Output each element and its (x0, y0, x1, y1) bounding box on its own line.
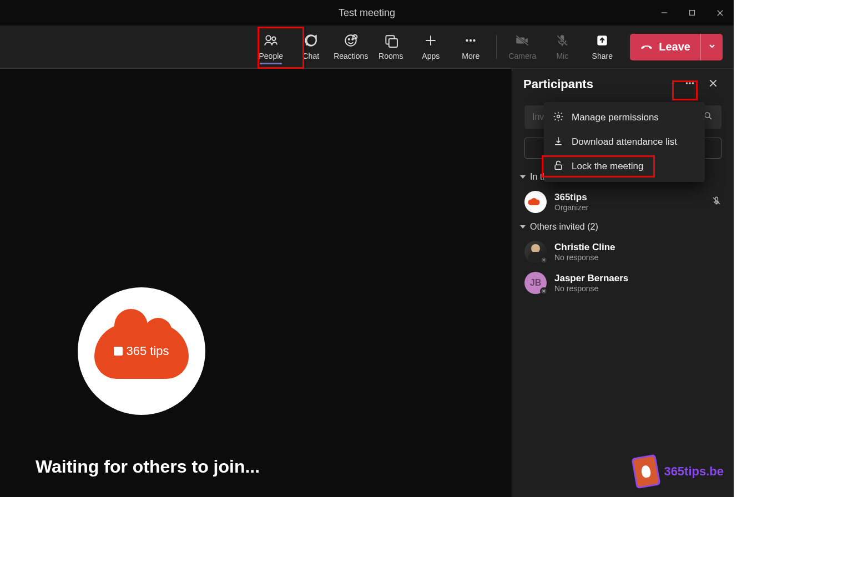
mic-label: Mic (556, 52, 568, 60)
svg-rect-12 (389, 39, 397, 47)
share-button[interactable]: Share (582, 27, 622, 68)
body-area: 365 tips Waiting for others to join... P… (0, 69, 734, 497)
participants-more-menu: Manage permissions Download attendance l… (544, 102, 705, 182)
chevron-down-icon (520, 225, 526, 229)
participant-name: 365tips (554, 192, 704, 203)
svg-point-16 (470, 39, 472, 42)
lock-open-icon (553, 160, 564, 174)
menu-download-attendance[interactable]: Download attendance list (544, 130, 705, 154)
svg-point-25 (686, 82, 688, 84)
rooms-label: Rooms (379, 52, 403, 60)
leave-main[interactable]: Leave (630, 39, 700, 55)
svg-point-32 (705, 113, 710, 118)
svg-line-33 (709, 117, 711, 119)
close-button[interactable] (706, 0, 734, 26)
toolbar-group-main: People Chat Reactions Rooms (251, 27, 491, 68)
more-horizontal-icon (684, 77, 696, 92)
svg-point-4 (266, 36, 271, 40)
participant-status: No response (554, 284, 721, 293)
panel-more-button[interactable] (680, 75, 699, 94)
avatar-initials: JB (530, 278, 541, 288)
people-button[interactable]: People (251, 27, 291, 68)
status-badge-icon: ✕ (540, 256, 548, 264)
participant-info: Christie Cline No response (554, 242, 721, 262)
window-title: Test meeting (339, 7, 395, 19)
more-icon (463, 33, 478, 49)
menu-lock-meeting[interactable]: Lock the meeting (544, 154, 705, 179)
reactions-button[interactable]: Reactions (331, 27, 371, 68)
svg-point-30 (557, 115, 560, 118)
app-window: Test meeting People (0, 0, 734, 497)
panel-header: Participants (512, 69, 734, 100)
gear-icon (553, 111, 564, 125)
svg-point-26 (689, 82, 691, 84)
mic-button[interactable]: Mic (542, 27, 582, 68)
avatar-logo: 365 tips (94, 323, 189, 379)
svg-point-9 (352, 39, 353, 40)
participant-info: Jasper Bernaers No response (554, 273, 721, 293)
chat-button[interactable]: Chat (291, 27, 331, 68)
apps-label: Apps (422, 52, 440, 60)
chevron-down-icon (520, 175, 526, 179)
camera-button[interactable]: Camera (502, 27, 542, 68)
reactions-icon (344, 33, 358, 49)
leave-button[interactable]: Leave (630, 34, 723, 60)
apps-button[interactable]: Apps (411, 27, 451, 68)
participant-row[interactable]: JB ✕ Jasper Bernaers No response (512, 267, 734, 298)
panel-title: Participants (523, 77, 676, 92)
watermark: 365tips.be (634, 456, 724, 487)
chat-label: Chat (302, 52, 319, 60)
reactions-label: Reactions (334, 52, 368, 60)
apps-icon (423, 33, 438, 49)
meeting-toolbar: People Chat Reactions Rooms (0, 26, 734, 69)
svg-point-15 (466, 39, 468, 42)
participants-panel: Participants Manag (512, 69, 734, 497)
chevron-down-icon (708, 42, 716, 53)
participant-info: 365tips Organizer (554, 192, 704, 212)
section-others-invited[interactable]: Others invited (2) (512, 217, 734, 236)
window-controls (650, 0, 734, 26)
svg-point-8 (349, 39, 350, 40)
participant-name: Jasper Bernaers (554, 273, 721, 284)
close-icon (708, 78, 718, 90)
mic-muted-icon (711, 196, 721, 208)
people-label: People (259, 52, 283, 60)
leave-label: Leave (659, 40, 690, 53)
menu-manage-permissions[interactable]: Manage permissions (544, 105, 705, 130)
watermark-logo-icon (632, 454, 661, 489)
toolbar-divider (496, 35, 497, 59)
svg-rect-31 (555, 165, 562, 169)
titlebar: Test meeting (0, 0, 734, 26)
leave-dropdown-button[interactable] (700, 34, 723, 60)
status-badge-icon: ✕ (540, 287, 548, 295)
waiting-text: Waiting for others to join... (36, 457, 260, 477)
camera-label: Camera (508, 52, 536, 60)
chat-icon (304, 33, 318, 49)
maximize-button[interactable] (678, 0, 706, 26)
share-icon (595, 33, 609, 49)
avatar: ✕ (524, 241, 547, 263)
participant-status: No response (554, 253, 721, 262)
download-icon (553, 135, 564, 149)
more-label: More (462, 52, 480, 60)
avatar-logo-text: 365 tips (126, 344, 169, 358)
people-icon (264, 33, 278, 49)
rooms-button[interactable]: Rooms (371, 27, 411, 68)
minimize-button[interactable] (650, 0, 678, 26)
watermark-text: 365tips.be (664, 464, 724, 479)
more-button[interactable]: More (451, 27, 491, 68)
participant-name: Christie Cline (554, 242, 721, 253)
menu-label: Download attendance list (572, 136, 677, 148)
rooms-icon (383, 33, 398, 49)
menu-label: Manage permissions (572, 112, 659, 123)
hangup-icon (640, 39, 653, 55)
participant-row[interactable]: 365tips Organizer (512, 186, 734, 217)
avatar (524, 191, 547, 213)
panel-close-button[interactable] (704, 75, 723, 94)
svg-rect-1 (690, 11, 695, 16)
section-label: Others invited (2) (530, 222, 598, 232)
camera-off-icon (515, 33, 529, 49)
participant-row[interactable]: ✕ Christie Cline No response (512, 236, 734, 267)
share-label: Share (592, 52, 613, 60)
meeting-stage: 365 tips Waiting for others to join... (0, 69, 512, 497)
